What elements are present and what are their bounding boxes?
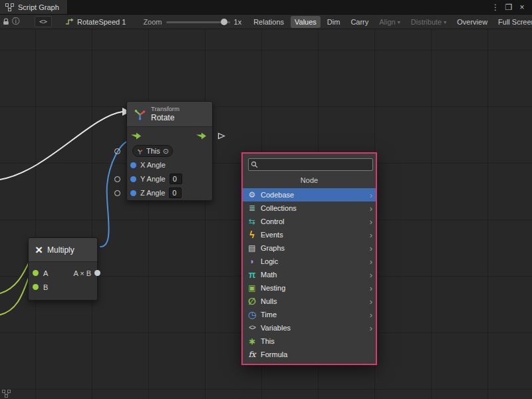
finder-item-graphs[interactable]: ▤ Graphs › [243, 241, 376, 255]
maximize-icon[interactable]: ❐ [504, 3, 513, 12]
port-b[interactable] [33, 284, 39, 290]
kebab-menu-icon[interactable]: ⋮ [491, 3, 500, 12]
port-row-z-angle: Z Angle 0 [127, 186, 212, 200]
port-label: A [43, 269, 48, 277]
nested-squares-icon: ▣ [247, 284, 257, 292]
unconnected-port-circle-icon[interactable] [114, 190, 120, 196]
port-y-angle[interactable] [130, 176, 136, 182]
chevron-down-icon: ▾ [444, 19, 446, 25]
finder-item-time[interactable]: ◷ Time › [243, 308, 376, 321]
window-controls: ⋮ ❐ × [491, 0, 532, 14]
finder-item-variables[interactable]: <> Variables › [243, 321, 376, 334]
finder-item-label: Nulls [261, 297, 366, 305]
info-icon[interactable]: ⓘ [12, 17, 20, 27]
port-label: Z Angle [140, 189, 165, 197]
object-picker-icon[interactable]: ⊙ [163, 148, 169, 155]
tab-title: Script Graph [18, 3, 59, 11]
this-target-field[interactable]: This ⊙ [132, 145, 173, 157]
zoom-label: Zoom [143, 18, 162, 26]
y-angle-value-field[interactable]: 0 [170, 174, 182, 184]
port-product-output[interactable] [94, 270, 100, 276]
unconnected-port-circle-icon[interactable] [114, 148, 120, 154]
clock-icon: ◷ [247, 310, 257, 319]
finder-search-input[interactable] [248, 158, 373, 171]
port-z-angle[interactable] [130, 190, 136, 196]
button-label: Overview [457, 18, 487, 26]
finder-item-label: This [261, 337, 372, 345]
distribute-button[interactable]: Distribute▾ [407, 16, 450, 28]
node-title: Multiply [47, 245, 74, 255]
node-header[interactable]: Transform Rotate [127, 102, 212, 127]
finder-item-label: Variables [261, 324, 366, 332]
tab-script-graph[interactable]: Script Graph [0, 0, 68, 14]
graph-asset-icon [64, 17, 74, 27]
finder-item-math[interactable]: π Math › [243, 268, 376, 281]
connection-wire-control[interactable] [0, 112, 122, 180]
port-label: B [43, 283, 48, 291]
button-label: Full Screen [498, 18, 532, 26]
control-input-arrow-icon[interactable] [131, 132, 142, 140]
finder-item-label: Control [261, 217, 366, 225]
chevron-right-icon: › [370, 257, 372, 266]
unconnected-port-circle-icon[interactable] [114, 176, 120, 182]
finder-item-control[interactable]: ⇆ Control › [243, 215, 376, 228]
zoom-control: Zoom 1x [143, 17, 241, 27]
port-row-x-angle: X Angle [127, 158, 212, 172]
graph-canvas[interactable]: Transform Rotate [0, 29, 532, 399]
carry-button[interactable]: Carry [346, 16, 372, 28]
node-header[interactable]: × Multiply [29, 238, 97, 262]
port-x-angle[interactable] [130, 162, 136, 168]
port-row-this: This ⊙ [127, 144, 212, 158]
zoom-slider-handle[interactable] [221, 19, 227, 25]
finder-item-this[interactable]: ∗ This [243, 334, 376, 348]
transform-axes-icon [134, 108, 146, 120]
this-label: This [146, 147, 160, 155]
port-label: Y Angle [140, 175, 166, 183]
fuzzy-finder-menu: Node ⚙ Codebase › ≣ Collections › ⇆ Cont… [241, 152, 377, 365]
finder-item-nulls[interactable]: ∅ Nulls › [243, 295, 376, 308]
zoom-slider[interactable] [166, 17, 230, 27]
finder-item-label: Graphs [261, 244, 366, 252]
finder-item-formula[interactable]: fx Formula [243, 348, 376, 361]
list-icon: ≣ [247, 204, 257, 212]
button-label: Values [295, 18, 317, 26]
values-button[interactable]: Values [291, 16, 321, 28]
align-button[interactable]: Align▾ [375, 16, 404, 28]
finder-item-collections[interactable]: ≣ Collections › [243, 201, 376, 215]
dim-button[interactable]: Dim [323, 16, 344, 28]
search-icon [251, 161, 258, 168]
finder-item-label: Codebase [261, 191, 366, 199]
overview-button[interactable]: Overview [453, 16, 491, 28]
full-screen-button[interactable]: Full Screen [494, 16, 532, 28]
code-view-icon[interactable]: <> [35, 16, 52, 27]
chevron-down-icon: ▾ [398, 19, 400, 25]
finder-item-codebase[interactable]: ⚙ Codebase › [243, 188, 376, 201]
lock-icon[interactable] [3, 17, 9, 27]
finder-item-label: Events [261, 231, 366, 239]
node-multiply[interactable]: × Multiply A A × B B [28, 237, 98, 301]
chevron-right-icon: › [370, 324, 372, 332]
close-icon[interactable]: × [517, 3, 527, 12]
z-angle-value-field[interactable]: 0 [169, 188, 182, 198]
folder-icon: ▤ [247, 244, 257, 252]
finder-item-logic[interactable]: ◗ Logic › [243, 255, 376, 268]
port-a[interactable] [33, 270, 39, 276]
control-output-arrow-icon[interactable] [196, 132, 207, 140]
chevron-right-icon: › [370, 204, 372, 213]
finder-item-events[interactable]: ϟ Events › [243, 228, 376, 241]
output-label: A × B [73, 269, 91, 277]
finder-item-label: Formula [261, 350, 372, 358]
script-graph-icon [4, 2, 15, 13]
relations-button[interactable]: Relations [249, 16, 288, 28]
multiply-x-icon: × [35, 243, 43, 256]
graph-name: RotateSpeed 1 [77, 18, 126, 26]
lightning-icon: ϟ [247, 230, 257, 239]
breadcrumb[interactable]: RotateSpeed 1 [64, 17, 126, 27]
button-label: Dim [327, 18, 340, 26]
angle-brackets-icon: <> [247, 325, 257, 331]
finder-item-nesting[interactable]: ▣ Nesting › [243, 281, 376, 295]
node-transform-rotate[interactable]: Transform Rotate [126, 101, 213, 201]
finder-search-row [243, 154, 376, 173]
chevron-right-icon: › [370, 191, 372, 200]
button-label: Align [379, 18, 395, 26]
